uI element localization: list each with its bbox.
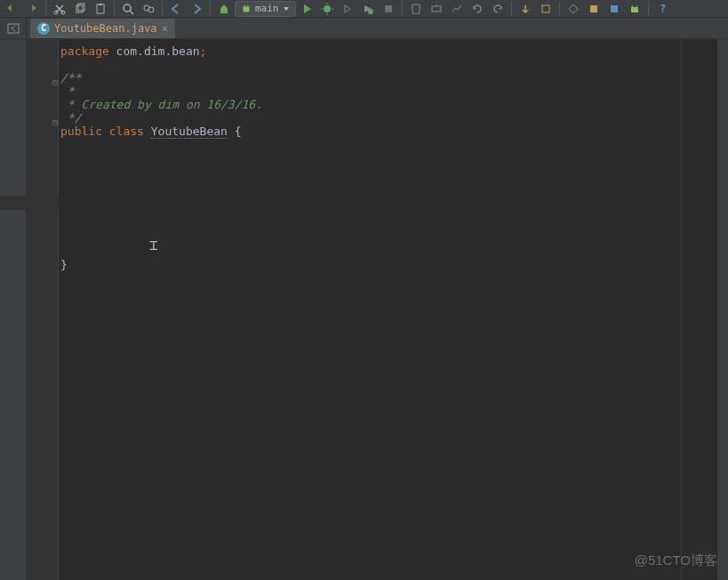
code-gutter: ⊟ ⊟ — [27, 39, 59, 580]
run-config-dropdown[interactable]: main — [235, 1, 296, 17]
replace-icon[interactable] — [139, 1, 158, 17]
tool1-icon[interactable] — [564, 1, 583, 17]
tab-label: YoutubeBean.java — [54, 22, 157, 35]
svg-rect-19 — [590, 5, 597, 12]
right-margin-line — [681, 39, 682, 580]
code-line: /** — [59, 71, 728, 85]
fold-marker-icon[interactable]: ⊟ — [52, 117, 59, 127]
svg-rect-16 — [412, 4, 420, 13]
paste-icon[interactable] — [91, 1, 110, 17]
svg-text:?: ? — [660, 3, 666, 15]
separator — [210, 2, 211, 16]
vcs-update-icon[interactable] — [516, 1, 535, 17]
separator — [559, 2, 560, 16]
debug-icon[interactable] — [317, 1, 337, 17]
find-icon[interactable] — [118, 1, 138, 17]
code-line — [59, 218, 728, 231]
tab-bar: C YoutubeBean.java × — [0, 18, 728, 39]
code-line — [59, 58, 728, 71]
fold-marker-icon[interactable]: ⊟ — [52, 77, 59, 87]
code-line — [59, 178, 728, 191]
file-tab[interactable]: C YoutubeBean.java × — [30, 19, 175, 38]
main-toolbar: main ? — [0, 0, 728, 18]
run-icon[interactable] — [297, 1, 316, 17]
separator — [402, 2, 403, 16]
svg-rect-4 — [97, 4, 104, 13]
sdk-manager-icon[interactable] — [427, 1, 446, 17]
forward-icon[interactable] — [187, 1, 206, 17]
run-coverage-icon[interactable] — [338, 1, 357, 17]
separator — [114, 2, 115, 16]
copy-icon[interactable] — [70, 1, 90, 17]
svg-rect-5 — [99, 4, 102, 5]
attach-debugger-icon[interactable] — [358, 1, 378, 17]
svg-point-8 — [148, 7, 154, 12]
svg-point-12 — [247, 4, 249, 6]
android-monitor-icon[interactable] — [447, 1, 467, 17]
tool3-icon[interactable] — [604, 1, 624, 17]
svg-rect-18 — [542, 5, 549, 12]
code-line — [59, 138, 728, 151]
vcs-commit-icon[interactable] — [536, 1, 556, 17]
android-icon[interactable] — [625, 1, 644, 17]
svg-point-13 — [324, 5, 331, 12]
watermark: @51CTO博客 — [635, 552, 717, 569]
code-line: package com.dim.bean; — [59, 44, 728, 58]
class-icon: C — [37, 22, 50, 35]
back-icon[interactable] — [166, 1, 186, 17]
svg-rect-10 — [244, 6, 250, 12]
code-line: public class YoutubeBean { — [59, 125, 728, 138]
build-icon[interactable] — [214, 1, 234, 17]
cut-icon[interactable] — [50, 1, 69, 17]
separator — [45, 2, 46, 16]
close-icon[interactable]: × — [162, 22, 168, 35]
svg-rect-21 — [631, 7, 638, 12]
code-line — [59, 151, 728, 165]
undo-icon[interactable] — [2, 1, 21, 17]
text-caret-icon: ⌶ — [149, 237, 158, 254]
redo-icon[interactable] — [22, 1, 42, 17]
revert-icon[interactable] — [488, 1, 508, 17]
tool2-icon[interactable] — [584, 1, 604, 17]
chevron-down-icon — [283, 5, 290, 12]
code-line: */ — [59, 111, 728, 125]
code-line — [59, 231, 728, 245]
code-line — [59, 245, 728, 258]
hide-panel-icon[interactable] — [0, 18, 27, 39]
run-config-label: main — [255, 3, 279, 14]
svg-rect-17 — [432, 6, 441, 12]
svg-rect-2 — [76, 5, 83, 12]
sync-icon[interactable] — [468, 1, 487, 17]
code-line: * — [59, 85, 728, 98]
android-icon — [241, 4, 252, 14]
help-icon[interactable]: ? — [652, 1, 672, 17]
svg-rect-23 — [8, 24, 19, 33]
svg-point-6 — [124, 4, 131, 12]
scrollbar[interactable] — [717, 39, 728, 580]
code-line — [59, 165, 728, 178]
separator — [162, 2, 163, 16]
svg-rect-3 — [78, 4, 84, 11]
svg-point-14 — [368, 9, 373, 14]
code-content[interactable]: package com.dim.bean; /** * * Created by… — [59, 39, 728, 580]
svg-rect-20 — [611, 5, 618, 12]
code-line: } — [59, 258, 728, 271]
code-line — [59, 191, 728, 205]
separator — [511, 2, 512, 16]
stop-icon[interactable] — [379, 1, 398, 17]
code-line — [59, 205, 728, 218]
separator — [648, 2, 649, 16]
svg-rect-15 — [385, 5, 392, 12]
svg-rect-9 — [220, 8, 228, 13]
code-line: * Created by dim on 16/3/16. — [59, 98, 728, 111]
avd-manager-icon[interactable] — [406, 1, 426, 17]
side-gutter — [0, 39, 27, 580]
editor-area: ⊟ ⊟ package com.dim.bean; /** * * Create… — [0, 39, 728, 580]
svg-point-11 — [244, 4, 245, 6]
